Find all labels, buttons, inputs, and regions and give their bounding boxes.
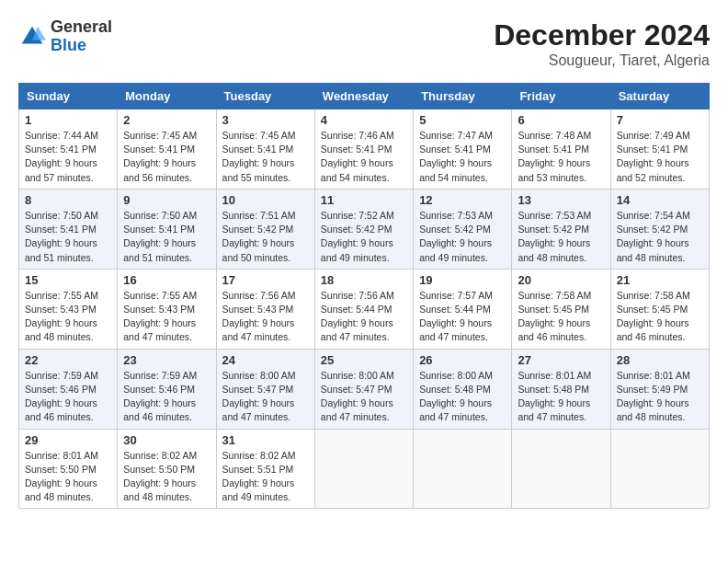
calendar-cell: 6 Sunrise: 7:48 AM Sunset: 5:41 PM Dayli… — [512, 109, 610, 190]
day-number: 14 — [617, 193, 703, 207]
calendar-cell — [610, 429, 709, 509]
calendar-cell: 31 Sunrise: 8:02 AM Sunset: 5:51 PM Dayl… — [216, 429, 314, 509]
day-info: Sunrise: 7:50 AM Sunset: 5:41 PM Dayligh… — [123, 209, 210, 265]
calendar-cell: 27 Sunrise: 8:01 AM Sunset: 5:48 PM Dayl… — [512, 349, 610, 429]
calendar-cell: 26 Sunrise: 8:00 AM Sunset: 5:48 PM Dayl… — [414, 349, 512, 429]
page-header: General Blue December 2024 Sougueur, Tia… — [18, 18, 710, 69]
calendar-cell: 24 Sunrise: 8:00 AM Sunset: 5:47 PM Dayl… — [216, 349, 314, 429]
calendar-cell: 3 Sunrise: 7:45 AM Sunset: 5:41 PM Dayli… — [216, 109, 314, 190]
calendar-cell: 16 Sunrise: 7:55 AM Sunset: 5:43 PM Dayl… — [118, 269, 216, 349]
logo-text-general: General — [51, 17, 112, 36]
day-info: Sunrise: 7:55 AM Sunset: 5:43 PM Dayligh… — [123, 289, 210, 345]
calendar-cell: 28 Sunrise: 8:01 AM Sunset: 5:49 PM Dayl… — [610, 349, 709, 429]
day-number: 2 — [123, 113, 210, 127]
day-info: Sunrise: 7:47 AM Sunset: 5:41 PM Dayligh… — [419, 129, 506, 185]
day-info: Sunrise: 7:59 AM Sunset: 5:46 PM Dayligh… — [25, 369, 111, 425]
day-info: Sunrise: 7:58 AM Sunset: 5:45 PM Dayligh… — [518, 289, 604, 345]
day-info: Sunrise: 7:44 AM Sunset: 5:41 PM Dayligh… — [25, 129, 111, 185]
calendar-cell: 23 Sunrise: 7:59 AM Sunset: 5:46 PM Dayl… — [118, 349, 216, 429]
day-info: Sunrise: 7:53 AM Sunset: 5:42 PM Dayligh… — [419, 209, 506, 265]
title-area: December 2024 Sougueur, Tiaret, Algeria — [494, 18, 710, 69]
day-info: Sunrise: 8:02 AM Sunset: 5:50 PM Dayligh… — [123, 449, 210, 505]
calendar-week-1: 1 Sunrise: 7:44 AM Sunset: 5:41 PM Dayli… — [19, 109, 710, 190]
day-info: Sunrise: 8:00 AM Sunset: 5:48 PM Dayligh… — [419, 369, 506, 425]
day-number: 24 — [222, 353, 309, 367]
day-info: Sunrise: 7:45 AM Sunset: 5:41 PM Dayligh… — [123, 129, 210, 185]
day-number: 16 — [123, 273, 210, 287]
day-info: Sunrise: 7:45 AM Sunset: 5:41 PM Dayligh… — [222, 129, 309, 185]
day-number: 23 — [123, 353, 210, 367]
day-info: Sunrise: 7:48 AM Sunset: 5:41 PM Dayligh… — [518, 129, 604, 185]
day-header-friday: Friday — [512, 84, 610, 109]
calendar-cell: 15 Sunrise: 7:55 AM Sunset: 5:43 PM Dayl… — [19, 269, 118, 349]
calendar-cell: 12 Sunrise: 7:53 AM Sunset: 5:42 PM Dayl… — [414, 189, 512, 269]
calendar-cell: 29 Sunrise: 8:01 AM Sunset: 5:50 PM Dayl… — [19, 429, 118, 509]
day-info: Sunrise: 7:49 AM Sunset: 5:41 PM Dayligh… — [617, 129, 703, 185]
day-number: 13 — [518, 193, 604, 207]
day-number: 19 — [419, 273, 506, 287]
day-number: 31 — [222, 433, 309, 447]
calendar-cell: 25 Sunrise: 8:00 AM Sunset: 5:47 PM Dayl… — [314, 349, 413, 429]
day-number: 6 — [518, 113, 604, 127]
calendar-cell: 4 Sunrise: 7:46 AM Sunset: 5:41 PM Dayli… — [314, 109, 413, 190]
day-number: 22 — [25, 353, 111, 367]
calendar-cell: 14 Sunrise: 7:54 AM Sunset: 5:42 PM Dayl… — [610, 189, 709, 269]
day-number: 18 — [321, 273, 407, 287]
day-info: Sunrise: 7:52 AM Sunset: 5:42 PM Dayligh… — [321, 209, 407, 265]
day-info: Sunrise: 7:55 AM Sunset: 5:43 PM Dayligh… — [25, 289, 111, 345]
day-number: 11 — [321, 193, 407, 207]
day-number: 29 — [25, 433, 111, 447]
calendar-week-5: 29 Sunrise: 8:01 AM Sunset: 5:50 PM Dayl… — [19, 429, 710, 509]
day-header-saturday: Saturday — [610, 84, 709, 109]
day-header-sunday: Sunday — [19, 84, 118, 109]
logo-icon — [18, 23, 46, 51]
day-number: 26 — [419, 353, 506, 367]
month-year-title: December 2024 — [494, 18, 710, 52]
day-number: 3 — [222, 113, 309, 127]
calendar-cell: 19 Sunrise: 7:57 AM Sunset: 5:44 PM Dayl… — [414, 269, 512, 349]
day-info: Sunrise: 7:50 AM Sunset: 5:41 PM Dayligh… — [25, 209, 111, 265]
location-subtitle: Sougueur, Tiaret, Algeria — [494, 52, 710, 69]
calendar-cell: 30 Sunrise: 8:02 AM Sunset: 5:50 PM Dayl… — [118, 429, 216, 509]
day-info: Sunrise: 7:57 AM Sunset: 5:44 PM Dayligh… — [419, 289, 506, 345]
day-info: Sunrise: 7:59 AM Sunset: 5:46 PM Dayligh… — [123, 369, 210, 425]
calendar-week-2: 8 Sunrise: 7:50 AM Sunset: 5:41 PM Dayli… — [19, 189, 710, 269]
day-header-thursday: Thursday — [414, 84, 512, 109]
day-number: 20 — [518, 273, 604, 287]
calendar-cell — [512, 429, 610, 509]
day-number: 5 — [419, 113, 506, 127]
calendar-cell: 9 Sunrise: 7:50 AM Sunset: 5:41 PM Dayli… — [118, 189, 216, 269]
day-info: Sunrise: 8:01 AM Sunset: 5:48 PM Dayligh… — [518, 369, 604, 425]
day-number: 1 — [25, 113, 111, 127]
day-number: 7 — [617, 113, 703, 127]
day-info: Sunrise: 7:46 AM Sunset: 5:41 PM Dayligh… — [321, 129, 407, 185]
calendar-cell: 17 Sunrise: 7:56 AM Sunset: 5:43 PM Dayl… — [216, 269, 314, 349]
calendar-week-4: 22 Sunrise: 7:59 AM Sunset: 5:46 PM Dayl… — [19, 349, 710, 429]
calendar-cell: 8 Sunrise: 7:50 AM Sunset: 5:41 PM Dayli… — [19, 189, 118, 269]
calendar-cell: 21 Sunrise: 7:58 AM Sunset: 5:45 PM Dayl… — [610, 269, 709, 349]
day-header-tuesday: Tuesday — [216, 84, 314, 109]
day-info: Sunrise: 8:00 AM Sunset: 5:47 PM Dayligh… — [222, 369, 309, 425]
day-number: 30 — [123, 433, 210, 447]
day-header-monday: Monday — [118, 84, 216, 109]
day-info: Sunrise: 7:53 AM Sunset: 5:42 PM Dayligh… — [518, 209, 604, 265]
day-header-wednesday: Wednesday — [314, 84, 413, 109]
day-info: Sunrise: 7:56 AM Sunset: 5:43 PM Dayligh… — [222, 289, 309, 345]
calendar-cell: 2 Sunrise: 7:45 AM Sunset: 5:41 PM Dayli… — [118, 109, 216, 190]
calendar-cell: 18 Sunrise: 7:56 AM Sunset: 5:44 PM Dayl… — [314, 269, 413, 349]
day-info: Sunrise: 8:01 AM Sunset: 5:49 PM Dayligh… — [617, 369, 703, 425]
day-info: Sunrise: 8:02 AM Sunset: 5:51 PM Dayligh… — [222, 449, 309, 505]
day-info: Sunrise: 7:56 AM Sunset: 5:44 PM Dayligh… — [321, 289, 407, 345]
calendar-cell: 7 Sunrise: 7:49 AM Sunset: 5:41 PM Dayli… — [610, 109, 709, 190]
calendar-cell — [414, 429, 512, 509]
day-number: 27 — [518, 353, 604, 367]
day-number: 25 — [321, 353, 407, 367]
day-number: 8 — [25, 193, 111, 207]
day-number: 12 — [419, 193, 506, 207]
calendar-cell — [314, 429, 413, 509]
calendar-header-row: SundayMondayTuesdayWednesdayThursdayFrid… — [19, 84, 710, 109]
day-number: 17 — [222, 273, 309, 287]
day-info: Sunrise: 8:01 AM Sunset: 5:50 PM Dayligh… — [25, 449, 111, 505]
day-number: 28 — [617, 353, 703, 367]
calendar-cell: 1 Sunrise: 7:44 AM Sunset: 5:41 PM Dayli… — [19, 109, 118, 190]
